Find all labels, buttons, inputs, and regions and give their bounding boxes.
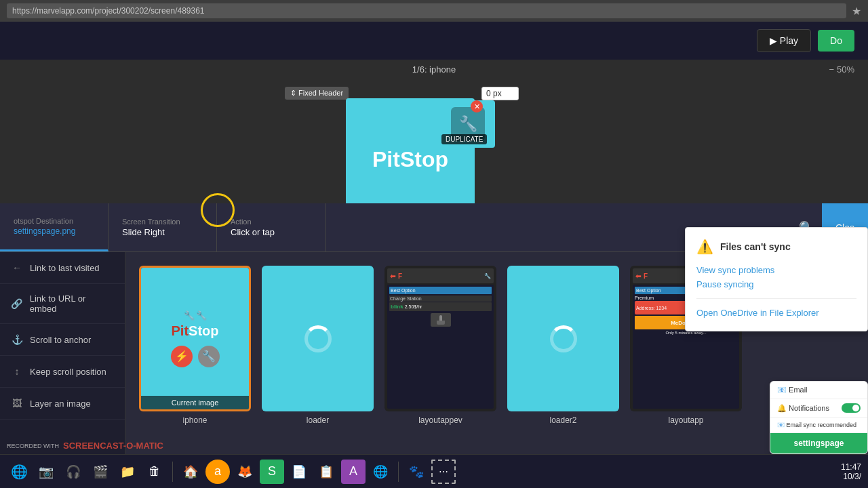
- thumb-loader2: [507, 266, 619, 411]
- sidebar-item-link-url[interactable]: 🔗 Link to URL or embed: [0, 284, 125, 324]
- loader2-spinner: [550, 325, 577, 352]
- scroll-anchor-label: Scroll to anchor: [30, 335, 91, 345]
- action-label: Action: [231, 218, 311, 226]
- taskbar-recycle-icon[interactable]: 🗑: [142, 460, 167, 484]
- screen-card-iphone[interactable]: 🔧 🔧 PitStop ⚡ 🔧 Current image iphone: [139, 266, 251, 425]
- url-bar[interactable]: https://marvelapp.com/project/300202/scr…: [7, 3, 846, 18]
- pitstop-title: PitStop: [172, 323, 219, 339]
- settings-notifications-label: 🔔 Notifications: [777, 404, 829, 413]
- layer-image-label: Layer an image: [30, 399, 91, 409]
- screen-card-loader[interactable]: loader: [262, 266, 374, 425]
- taskbar-gimp-icon[interactable]: 🐾: [404, 460, 429, 484]
- screen-thumb-loader[interactable]: [262, 266, 374, 411]
- do-button[interactable]: Do: [818, 30, 854, 52]
- pitstop-icons: ⚡ 🔧: [171, 346, 220, 367]
- tab-transition[interactable]: Screen Transition Slide Right: [108, 203, 217, 251]
- sync-popup-header: ⚠️ Files can't sync: [696, 239, 856, 255]
- taskbar-file2-icon[interactable]: 📋: [314, 460, 338, 484]
- preview-title: PitStop: [372, 147, 448, 172]
- screen-label-loader2: loader2: [507, 415, 619, 425]
- screen-label-layoutappev: layoutappev: [384, 415, 496, 425]
- taskbar-time: 11:47 10/3/: [841, 462, 861, 481]
- link-last-visited-icon: ←: [11, 262, 23, 274]
- taskbar-sep-1: [172, 462, 173, 482]
- sidebar-item-layer-image[interactable]: 🖼 Layer an image: [0, 388, 125, 420]
- link-last-visited-label: Link to last visited: [30, 263, 100, 273]
- sync-divider: [696, 298, 856, 299]
- sidebar-item-scroll-anchor[interactable]: ⚓ Scroll to anchor: [0, 324, 125, 356]
- screencast-recorded-text: RECORDED WITH: [7, 443, 59, 449]
- screen-thumb-iphone[interactable]: 🔧 🔧 PitStop ⚡ 🔧 Current image: [139, 266, 251, 411]
- taskbar-home-icon[interactable]: 🏠: [178, 460, 203, 484]
- screen-thumb-loader2[interactable]: [507, 266, 619, 411]
- keep-scroll-label: Keep scroll position: [30, 367, 106, 377]
- play-button[interactable]: ▶ Play: [757, 29, 811, 52]
- link-url-label: Link to URL or embed: [30, 293, 114, 314]
- taskbar-dotted-icon[interactable]: ⋯: [431, 460, 456, 484]
- preview-title-white: Stop: [400, 147, 448, 171]
- pitstop-icon-red: ⚡: [171, 346, 193, 367]
- tab-action[interactable]: Action Click or tap: [217, 203, 326, 251]
- open-onedrive-link[interactable]: Open OneDrive in File Explorer: [696, 306, 856, 320]
- settings-email-label: 📧 Email: [777, 386, 808, 394]
- keep-scroll-icon: ↕: [11, 365, 23, 378]
- taskbar-firefox-icon[interactable]: 🦊: [233, 460, 257, 484]
- layer-image-icon: 🖼: [11, 397, 23, 409]
- fixed-header-badge[interactable]: ⇕ Fixed Header: [285, 87, 349, 100]
- preview-close-btn[interactable]: ✕: [471, 100, 483, 113]
- tab-destination[interactable]: otspot Destination settingspage.png: [0, 203, 108, 251]
- transition-value: Slide Right: [122, 227, 203, 237]
- px-input[interactable]: [481, 87, 519, 100]
- taskbar-amazon-icon[interactable]: a: [205, 460, 230, 484]
- screen-card-layoutappev[interactable]: ⬅ F 🔧 Best Option Charge Station blink 2…: [384, 266, 496, 425]
- screen-label-iphone: iphone: [139, 415, 251, 425]
- taskbar-folder-icon[interactable]: 📁: [115, 460, 140, 484]
- scroll-anchor-icon: ⚓: [11, 333, 23, 346]
- taskbar-chrome-icon[interactable]: 🌐: [368, 460, 393, 484]
- fixed-header-text: ⇕ Fixed Header: [290, 89, 343, 98]
- star-icon[interactable]: ★: [852, 5, 861, 18]
- notifications-toggle[interactable]: [842, 403, 861, 413]
- settings-sync-item: 📧 Email sync recommended: [770, 418, 867, 433]
- destination-label: otspot Destination: [14, 217, 94, 225]
- taskbar-camera-icon[interactable]: 📷: [34, 460, 58, 484]
- taskbar-ie-icon[interactable]: 🌐: [7, 460, 31, 484]
- zoom-indicator: − 50%: [829, 64, 854, 75]
- thumb-pitstop: 🔧 🔧 PitStop ⚡ 🔧: [141, 268, 249, 409]
- screen-thumb-layoutappev[interactable]: ⬅ F 🔧 Best Option Charge Station blink 2…: [384, 266, 496, 411]
- screen-label-loader: loader: [262, 415, 374, 425]
- destination-value: settingspage.png: [14, 226, 94, 236]
- settings-panel-footer: settingspage: [770, 433, 867, 453]
- url-text: https://marvelapp.com/project/300202/scr…: [12, 6, 205, 16]
- loader-spinner: [304, 325, 332, 352]
- taskbar-green-icon[interactable]: S: [260, 460, 284, 484]
- view-problems-link[interactable]: View sync problems: [696, 263, 856, 277]
- warning-icon: ⚠️: [696, 239, 713, 255]
- settings-notifications-item: 🔔 Notifications: [770, 399, 867, 418]
- zoom-value: 50%: [837, 64, 854, 75]
- taskbar-headset-icon[interactable]: 🎧: [61, 460, 85, 484]
- pause-syncing-link[interactable]: Pause syncing: [696, 277, 856, 291]
- screen-label: 1/6: iphone: [412, 64, 456, 75]
- link-url-icon: 🔗: [11, 298, 23, 310]
- taskbar: 🌐 📷 🎧 🎬 📁 🗑 🏠 a 🦊 S 📄 📋 A 🌐 🐾 ⋯ 11:47 10…: [0, 454, 868, 488]
- thumb-layoutappev: ⬅ F 🔧 Best Option Charge Station blink 2…: [387, 268, 494, 409]
- taskbar-filmstrip-icon[interactable]: 🎬: [88, 460, 113, 484]
- screen-label-layoutapp: layoutapp: [630, 415, 742, 425]
- action-value: Click or tap: [231, 227, 311, 237]
- sidebar-item-keep-scroll[interactable]: ↕ Keep scroll position: [0, 356, 125, 388]
- taskbar-time-value: 11:47: [841, 462, 861, 472]
- pitstop-icon-grey: 🔧: [198, 346, 220, 367]
- settings-panel: 📧 Email 🔔 Notifications 📧 Email sync rec…: [770, 381, 868, 454]
- screen-card-loader2[interactable]: loader2: [507, 266, 619, 425]
- left-sidebar: ← Link to last visited 🔗 Link to URL or …: [0, 252, 125, 454]
- settings-email-item: 📧 Email: [770, 382, 867, 399]
- browser-actions: ★: [852, 5, 861, 18]
- sidebar-item-link-last-visited[interactable]: ← Link to last visited: [0, 252, 125, 284]
- sync-popup-title: Files can't sync: [720, 241, 791, 252]
- transition-label: Screen Transition: [122, 218, 203, 226]
- taskbar-purple-icon[interactable]: A: [341, 460, 366, 484]
- screencast-logo: SCREENCAST-O-MATIC: [63, 441, 163, 451]
- taskbar-files-icon[interactable]: 📄: [287, 460, 311, 484]
- zoom-minus[interactable]: −: [829, 64, 834, 75]
